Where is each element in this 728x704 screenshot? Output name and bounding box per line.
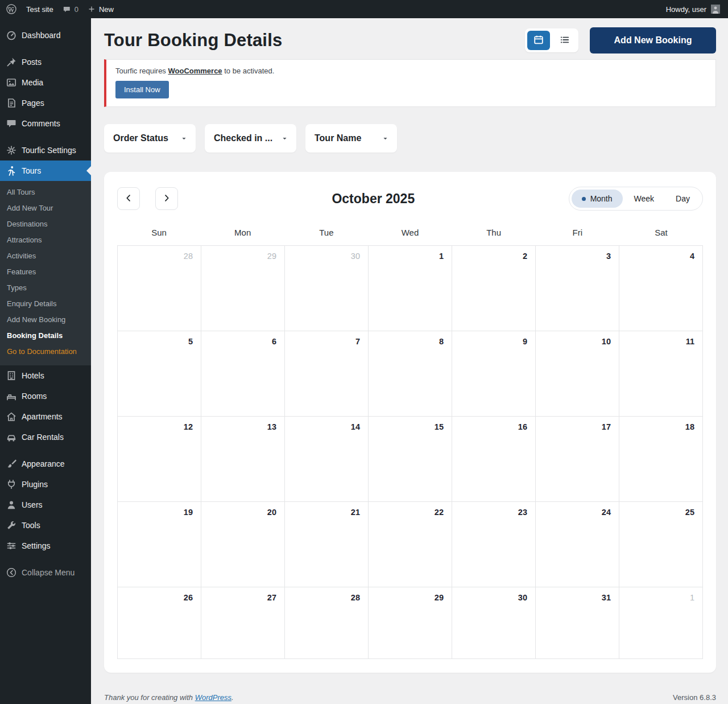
calendar-day-20[interactable]: 20	[201, 502, 285, 587]
calendar-day-28-adjacent[interactable]: 28	[118, 246, 201, 331]
caret-down-icon	[281, 135, 288, 142]
calendar-day-9[interactable]: 9	[452, 331, 536, 417]
sidebar-item-media[interactable]: Media	[0, 72, 91, 93]
calendar-day-19[interactable]: 19	[118, 502, 201, 587]
calendar-day-10[interactable]: 10	[536, 331, 619, 417]
admin-bar-comments[interactable]: 0	[63, 5, 78, 14]
submenu-item-booking-details[interactable]: Booking Details	[0, 328, 91, 344]
calendar-day-17[interactable]: 17	[536, 417, 619, 502]
view-day-button[interactable]: Day	[665, 190, 700, 208]
sidebar-item-label: Rooms	[22, 391, 47, 401]
calendar-day-12[interactable]: 12	[118, 417, 201, 502]
calendar-day-30-adjacent[interactable]: 30	[285, 246, 369, 331]
woocommerce-link[interactable]: WooCommerce	[168, 67, 222, 75]
filter-order-status[interactable]: Order Status	[104, 124, 196, 153]
sidebar-item-comments[interactable]: Comments	[0, 113, 91, 134]
footer-thanks: Thank you for creating with WordPress.	[104, 693, 234, 702]
calendar-day-18[interactable]: 18	[619, 417, 703, 502]
calendar-day-15[interactable]: 15	[369, 417, 452, 502]
day-number: 17	[602, 422, 611, 431]
admin-bar-site-name[interactable]: Test site	[26, 5, 53, 14]
calendar-day-21[interactable]: 21	[285, 502, 369, 587]
sidebar-item-dashboard[interactable]: Dashboard	[0, 25, 91, 46]
sidebar-item-label: Tools	[22, 520, 40, 530]
view-week-button[interactable]: Week	[624, 190, 665, 208]
day-number: 19	[184, 508, 193, 517]
calendar-day-13[interactable]: 13	[201, 417, 285, 502]
calendar-day-11[interactable]: 11	[619, 331, 703, 417]
tours-submenu: All ToursAdd New TourDestinationsAttract…	[0, 181, 91, 365]
tools-icon	[6, 520, 17, 531]
sidebar-item-tours[interactable]: Tours	[0, 160, 91, 181]
submenu-item-add-new-booking[interactable]: Add New Booking	[0, 312, 91, 328]
sidebar-item-tools[interactable]: Tools	[0, 515, 91, 536]
sidebar-item-apartments[interactable]: Apartments	[0, 406, 91, 427]
calendar-day-5[interactable]: 5	[118, 331, 201, 417]
calendar-day-27[interactable]: 27	[201, 587, 285, 659]
admin-bar-new[interactable]: New	[88, 5, 114, 14]
calendar-day-3[interactable]: 3	[536, 246, 619, 331]
prev-month-button[interactable]	[117, 187, 140, 210]
sidebar-item-appearance[interactable]: Appearance	[0, 454, 91, 474]
weekday-tue: Tue	[284, 228, 368, 237]
add-new-booking-button[interactable]: Add New Booking	[590, 27, 716, 53]
sidebar-item-tourfic-settings[interactable]: Tourfic Settings	[0, 140, 91, 160]
submenu-item-attractions[interactable]: Attractions	[0, 232, 91, 248]
calendar-day-24[interactable]: 24	[536, 502, 619, 587]
sidebar-item-pages[interactable]: Pages	[0, 93, 91, 113]
calendar-day-1[interactable]: 1	[369, 246, 452, 331]
calendar-day-2[interactable]: 2	[452, 246, 536, 331]
sidebar-item-rooms[interactable]: Rooms	[0, 386, 91, 406]
sidebar-item-car-rentals[interactable]: Car Rentals	[0, 427, 91, 447]
submenu-item-types[interactable]: Types	[0, 280, 91, 296]
submenu-item-enquiry-details[interactable]: Enquiry Details	[0, 296, 91, 312]
calendar-day-4[interactable]: 4	[619, 246, 703, 331]
calendar-day-29-adjacent[interactable]: 29	[201, 246, 285, 331]
calendar-day-25[interactable]: 25	[619, 502, 703, 587]
day-number: 8	[439, 337, 444, 346]
submenu-item-destinations[interactable]: Destinations	[0, 216, 91, 232]
calendar-day-23[interactable]: 23	[452, 502, 536, 587]
submenu-item-activities[interactable]: Activities	[0, 248, 91, 264]
wordpress-logo[interactable]	[6, 3, 17, 15]
tours-icon	[6, 165, 17, 176]
sidebar-item-settings[interactable]: Settings	[0, 536, 91, 556]
calendar-day-8[interactable]: 8	[369, 331, 452, 417]
calendar-day-28[interactable]: 28	[285, 587, 369, 659]
list-view-button[interactable]	[553, 31, 576, 50]
filter-checked-in[interactable]: Checked in ...	[205, 124, 296, 153]
day-number: 6	[272, 337, 276, 346]
calendar-day-6[interactable]: 6	[201, 331, 285, 417]
calendar-day-1-adjacent[interactable]: 1	[619, 587, 703, 659]
caret-down-icon	[281, 135, 288, 142]
day-number: 3	[606, 252, 611, 261]
day-number: 30	[518, 593, 527, 602]
wordpress-link[interactable]: WordPress	[195, 693, 231, 702]
calendar-view-button[interactable]	[527, 31, 550, 50]
sidebar-item-label: Apartments	[22, 411, 63, 422]
filter-tour-name[interactable]: Tour Name	[305, 124, 397, 153]
install-now-button[interactable]: Install Now	[115, 81, 169, 98]
submenu-item-add-new-tour[interactable]: Add New Tour	[0, 200, 91, 216]
view-month-button[interactable]: Month	[572, 190, 623, 208]
submenu-item-all-tours[interactable]: All Tours	[0, 184, 91, 200]
submenu-item-features[interactable]: Features	[0, 264, 91, 280]
comments-count: 0	[75, 5, 78, 14]
sidebar-item-posts[interactable]: Posts	[0, 52, 91, 72]
sidebar-item-collapse-menu[interactable]: Collapse Menu	[0, 562, 91, 583]
calendar-day-30[interactable]: 30	[452, 587, 536, 659]
sidebar-item-plugins[interactable]: Plugins	[0, 474, 91, 495]
calendar-day-22[interactable]: 22	[369, 502, 452, 587]
day-number: 30	[351, 252, 360, 261]
next-month-button[interactable]	[155, 187, 178, 210]
calendar-day-31[interactable]: 31	[536, 587, 619, 659]
sidebar-item-hotels[interactable]: Hotels	[0, 365, 91, 386]
calendar-day-29[interactable]: 29	[369, 587, 452, 659]
submenu-item-go-to-documentation[interactable]: Go to Documentation	[0, 344, 91, 360]
admin-bar-account[interactable]: Howdy, user	[666, 5, 720, 14]
calendar-day-14[interactable]: 14	[285, 417, 369, 502]
calendar-day-7[interactable]: 7	[285, 331, 369, 417]
calendar-day-16[interactable]: 16	[452, 417, 536, 502]
sidebar-item-users[interactable]: Users	[0, 495, 91, 515]
calendar-day-26[interactable]: 26	[118, 587, 201, 659]
